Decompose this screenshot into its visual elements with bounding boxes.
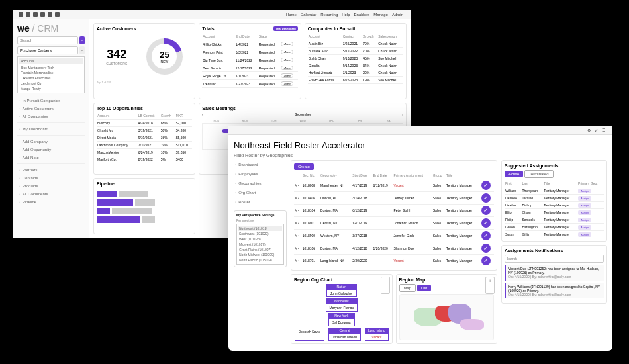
table-row[interactable]: SusanGillisTerritory ManagerAssign bbox=[505, 231, 604, 238]
table-row[interactable]: Fremont Print6/3/2022Requested+New bbox=[202, 48, 297, 56]
table-row[interactable]: Best Securito12/17/2022Requested+New bbox=[202, 64, 297, 72]
active-tab[interactable]: Active bbox=[505, 171, 523, 177]
table-row[interactable]: ✎ ▪1018900Western, NY3/27/2018Jennifer C… bbox=[294, 230, 494, 242]
sidebar-item-addcompany[interactable]: Add Company bbox=[17, 138, 85, 146]
trial-dashboard-tag[interactable]: Trial Dashboard bbox=[273, 26, 297, 31]
notification-item[interactable]: Kerry Williams (JFN001129) has been assi… bbox=[505, 283, 604, 298]
table-row[interactable]: Chasht Mu3/19/202158%$4,200 bbox=[97, 127, 192, 134]
table-row[interactable]: Ed McGee Farms8/25/202319%Sue Mitchell bbox=[308, 77, 403, 84]
assign-button[interactable]: Assign bbox=[578, 225, 591, 230]
table-row[interactable]: Mariforth Co.8/19/20225%$400 bbox=[97, 156, 192, 163]
zoom-in[interactable]: + bbox=[486, 277, 494, 285]
sidebar-item-dashboard[interactable]: Dashboard bbox=[234, 160, 287, 169]
table-row[interactable]: Hanford Jitmartz3/1/202320%Chuck Nolan bbox=[308, 69, 403, 77]
nav-calendar[interactable]: Calendar bbox=[301, 13, 316, 17]
assign-button[interactable]: Assign bbox=[578, 203, 591, 208]
company-select[interactable] bbox=[17, 46, 78, 54]
sidebar-item-alldocs[interactable]: All Documents bbox=[17, 190, 85, 198]
zoom-out[interactable]: − bbox=[486, 285, 494, 293]
create-button[interactable]: Create bbox=[294, 163, 314, 170]
table-row[interactable]: ✎ ▪1018406Lincoln, RI3/14/2018Jeffrey Tu… bbox=[294, 192, 494, 205]
table-row[interactable]: Trent Inc.1/27/2023Requested+New bbox=[202, 80, 297, 88]
sidebar-item-addnote[interactable]: Add Note bbox=[17, 154, 85, 161]
nav-manage[interactable]: Manage bbox=[373, 13, 388, 17]
notification-item[interactable]: Vincent Doe (JFN001252) has been assigne… bbox=[505, 265, 604, 281]
table-row[interactable]: ✎ ▪1018701Long Island, NY2/20/2020Vacant… bbox=[294, 255, 494, 267]
table-row[interactable]: ElliotOlsonTerritory ManagerAssign bbox=[505, 209, 604, 216]
dropdown-option[interactable]: Lakeland Associates bbox=[19, 75, 83, 81]
cal-next[interactable]: › bbox=[402, 113, 403, 116]
sidebar-item-active[interactable]: Active Customers bbox=[17, 105, 85, 113]
assign-button[interactable]: Assign bbox=[578, 218, 591, 222]
table-row[interactable]: Austin Biz3/25/202179%Chuck Nolan bbox=[308, 40, 403, 48]
table-row[interactable]: Claudia9/14/202334%Chuck Nolan bbox=[308, 62, 403, 69]
table-row[interactable]: HeatherBishopTerritory ManagerAssign bbox=[505, 202, 604, 209]
terminated-tab[interactable]: Terminated bbox=[524, 170, 554, 178]
search-input[interactable] bbox=[17, 36, 78, 44]
sidebar-item-geographies[interactable]: Geographies bbox=[234, 179, 287, 188]
region-map[interactable] bbox=[399, 294, 495, 340]
search-button[interactable]: ⌕ bbox=[79, 36, 85, 44]
sidebar-item-mydashboard[interactable]: My Dashboard bbox=[17, 125, 85, 133]
list-view-button[interactable]: List bbox=[417, 285, 431, 291]
table-row[interactable]: Burbank Auto5/12/202270%Chuck Nolan bbox=[308, 48, 403, 55]
nav-reporting[interactable]: Reporting bbox=[320, 13, 338, 17]
table-row[interactable]: Big Time Bus.11/24/2022Requested+New bbox=[202, 56, 297, 64]
table-row[interactable]: ✎ ▪1018008Manchester, NH4/17/20196/12/20… bbox=[294, 179, 494, 192]
table-row[interactable]: 4 Hip Chicks1/4/2022Requested+New bbox=[202, 40, 297, 48]
table-row[interactable]: Blotchify4/24/201888%$2,000 bbox=[97, 120, 192, 127]
roster-window: ⚙ ⤢ ☰ Northeast Field Roster Accelerator… bbox=[228, 126, 612, 351]
sidebar-item-employees[interactable]: Employees bbox=[234, 169, 287, 179]
sidebar-item-roster[interactable]: Roster bbox=[234, 197, 287, 206]
map-view-button[interactable]: Map bbox=[399, 284, 416, 292]
expand-icon[interactable]: ⤢ bbox=[595, 128, 598, 132]
table-row[interactable]: ✎ ▪1018104Boston, MA6/12/2019Peter Stahl… bbox=[294, 205, 494, 217]
assign-button[interactable]: Assign bbox=[578, 232, 591, 237]
table-row[interactable]: GavenHarringtonTerritory ManagerAssign bbox=[505, 224, 604, 231]
sidebar-item-pursuit[interactable]: In Pursuit Companies bbox=[17, 97, 85, 105]
nav-admin[interactable]: Admin bbox=[392, 13, 403, 17]
sidebar-item-allcompanies[interactable]: All Companies bbox=[17, 113, 85, 120]
nav-enablers[interactable]: Enablers bbox=[354, 13, 370, 17]
table-row[interactable]: DanielleTarfundTerritory ManagerAssign bbox=[505, 195, 604, 202]
sidebar-item-contacts[interactable]: Contacts bbox=[17, 174, 85, 182]
nav-help[interactable]: Help bbox=[342, 13, 350, 17]
table-row[interactable]: ✎ ▪1018901Central, NY12/1/2019Jonathan M… bbox=[294, 217, 494, 230]
notif-search[interactable] bbox=[505, 255, 604, 263]
table-row[interactable]: Royal Ridge Co.1/1/2023Requested+New bbox=[202, 72, 297, 80]
assign-button[interactable]: Assign bbox=[578, 210, 591, 215]
menu-icon[interactable]: ☰ bbox=[602, 128, 605, 132]
nav-home[interactable]: Home bbox=[286, 13, 297, 17]
assign-button[interactable]: Assign bbox=[578, 196, 591, 201]
table-row[interactable]: Direct Media9/19/202136%$5,500 bbox=[97, 134, 192, 142]
dropdown-option[interactable]: Mango Realty bbox=[19, 86, 83, 91]
zoom-out[interactable]: − bbox=[381, 285, 389, 293]
sidebar-item-products[interactable]: Products bbox=[17, 182, 85, 190]
perspective-dropdown[interactable]: Northeast (101018) Southwest (101020) We… bbox=[236, 224, 284, 265]
table-row[interactable]: WilliamThompsonTerritory ManagerAssign bbox=[505, 187, 604, 195]
sidebar-nav: In Pursuit Companies Active Customers Al… bbox=[17, 97, 85, 206]
sidebar-item-orgchart[interactable]: Org Chart bbox=[234, 188, 287, 197]
table-row[interactable]: PhilipSamuelsTerritory ManagerAssign bbox=[505, 216, 604, 224]
table-row[interactable]: ✎ ▪1018106Boston, MA4/12/20181/20/2020Sh… bbox=[294, 242, 494, 255]
cal-prev[interactable]: ‹ bbox=[202, 113, 203, 116]
table-row[interactable]: Bull & Chain9/13/202346%Sue Mitchell bbox=[308, 55, 403, 62]
dropdown-option[interactable]: Fountain Merchandise bbox=[19, 70, 83, 75]
zoom-in[interactable]: + bbox=[381, 277, 389, 285]
table-row[interactable]: MarcusMeister6/24/201910%$7,050 bbox=[97, 149, 192, 156]
settings-icon[interactable]: ⚙ bbox=[587, 128, 591, 132]
active-customers-card: Active Customers 342CUSTOMERS 25NEW Top … bbox=[93, 23, 195, 99]
company-dropdown[interactable]: Accounts Blue Montgomery Tech Fountain M… bbox=[17, 56, 85, 93]
card-title: Top 10 Opportunities bbox=[97, 106, 143, 111]
roster-table-card: Create Sec. No.GeographyStart DateEnd Da… bbox=[291, 160, 497, 271]
sidebar-item-partners[interactable]: Partners bbox=[17, 166, 85, 174]
company-search-icon[interactable]: ⌕ bbox=[79, 46, 85, 54]
perspective-settings: My Perspective Settings Perspective Nort… bbox=[234, 210, 287, 267]
dropdown-option[interactable]: Blue Montgomery Tech bbox=[19, 65, 83, 70]
sidebar-item-addopp[interactable]: Add Opportunity bbox=[17, 146, 85, 154]
sidebar-item-pipeline[interactable]: Pipeline bbox=[17, 198, 85, 206]
assign-button[interactable]: Assign bbox=[578, 189, 591, 193]
brand-logo: we / CRM bbox=[17, 23, 85, 34]
dropdown-option[interactable]: Larchmont Co. bbox=[19, 81, 83, 86]
table-row[interactable]: Larchmont Company7/10/202119%$11,010 bbox=[97, 142, 192, 149]
